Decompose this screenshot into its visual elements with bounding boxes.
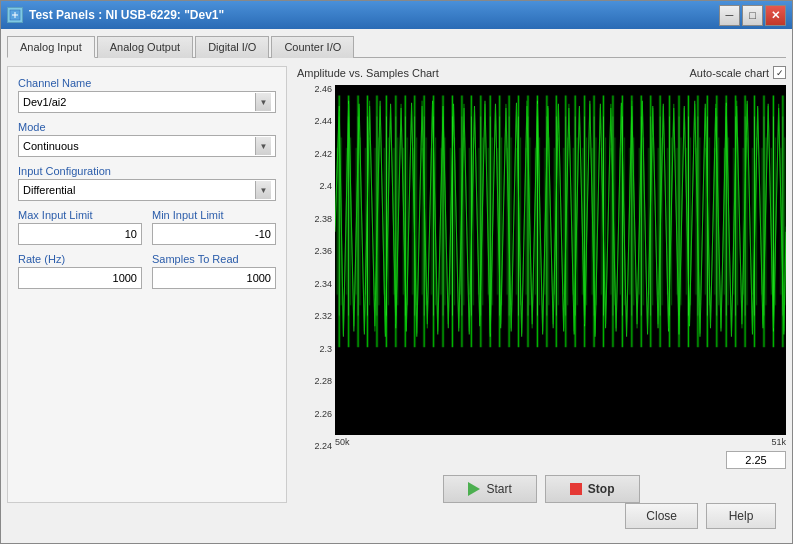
y-label-2: 2.42 [314, 150, 332, 159]
channel-name-value: Dev1/ai2 [23, 96, 255, 108]
tab-counter-io[interactable]: Counter I/O [271, 36, 354, 58]
chart-value-box: 2.25 [335, 451, 786, 469]
action-buttons: Start Stop [297, 475, 786, 503]
chart-header: Amplitude vs. Samples Chart Auto-scale c… [297, 66, 786, 79]
x-label-left: 50k [335, 437, 350, 447]
channel-name-group: Channel Name Dev1/ai2 ▼ [18, 77, 276, 113]
auto-scale-checkbox[interactable]: ✓ [773, 66, 786, 79]
min-input-label: Min Input Limit [152, 209, 276, 221]
main-window: Test Panels : NI USB-6229: "Dev1" ─ □ ✕ … [0, 0, 793, 544]
max-input-label: Max Input Limit [18, 209, 142, 221]
auto-scale-container: Auto-scale chart ✓ [690, 66, 786, 79]
y-label-3: 2.4 [319, 182, 332, 191]
mode-group: Mode Continuous ▼ [18, 121, 276, 157]
y-label-8: 2.3 [319, 345, 332, 354]
mode-input[interactable]: Continuous ▼ [18, 135, 276, 157]
chart-title: Amplitude vs. Samples Chart [297, 67, 439, 79]
stop-icon [570, 483, 582, 495]
y-label-10: 2.26 [314, 410, 332, 419]
main-panel: Channel Name Dev1/ai2 ▼ Mode Continuous … [7, 66, 786, 503]
window-content: Analog Input Analog Output Digital I/O C… [1, 29, 792, 543]
y-label-11: 2.24 [314, 442, 332, 451]
start-button[interactable]: Start [443, 475, 536, 503]
title-bar-left: Test Panels : NI USB-6229: "Dev1" [7, 7, 224, 23]
input-config-value: Differential [23, 184, 255, 196]
samples-group: Samples To Read [152, 253, 276, 289]
stop-label: Stop [588, 482, 615, 496]
input-config-label: Input Configuration [18, 165, 276, 177]
left-panel: Channel Name Dev1/ai2 ▼ Mode Continuous … [7, 66, 287, 503]
samples-label: Samples To Read [152, 253, 276, 265]
current-value-display: 2.25 [726, 451, 786, 469]
maximize-button[interactable]: □ [742, 5, 763, 26]
close-button[interactable]: Close [625, 503, 698, 529]
chart-canvas: // This won't run in SVG, use CSS patter… [335, 85, 786, 435]
title-controls: ─ □ ✕ [719, 5, 786, 26]
tab-analog-output[interactable]: Analog Output [97, 36, 193, 58]
tab-digital-io[interactable]: Digital I/O [195, 36, 269, 58]
channel-name-label: Channel Name [18, 77, 276, 89]
y-label-0: 2.46 [314, 85, 332, 94]
rate-field[interactable] [18, 267, 142, 289]
x-label-right: 51k [771, 437, 786, 447]
minimize-button[interactable]: ─ [719, 5, 740, 26]
mode-dropdown[interactable]: Continuous ▼ [18, 135, 276, 157]
chart-main: // This won't run in SVG, use CSS patter… [335, 85, 786, 469]
input-config-arrow: ▼ [255, 181, 271, 199]
channel-name-input[interactable]: Dev1/ai2 ▼ [18, 91, 276, 113]
close-window-button[interactable]: ✕ [765, 5, 786, 26]
y-label-7: 2.32 [314, 312, 332, 321]
channel-name-dropdown[interactable]: Dev1/ai2 ▼ [18, 91, 276, 113]
app-icon [7, 7, 23, 23]
auto-scale-label: Auto-scale chart [690, 67, 769, 79]
chart-area: 2.46 2.44 2.42 2.4 2.38 2.36 2.34 2.32 2… [297, 85, 786, 469]
footer-buttons: Close Help [7, 503, 786, 537]
chart-yaxis: 2.46 2.44 2.42 2.4 2.38 2.36 2.34 2.32 2… [297, 85, 335, 469]
limits-row: Max Input Limit Min Input Limit [18, 209, 276, 245]
play-icon [468, 482, 480, 496]
input-config-input[interactable]: Differential ▼ [18, 179, 276, 201]
mode-value: Continuous [23, 140, 255, 152]
title-bar: Test Panels : NI USB-6229: "Dev1" ─ □ ✕ [1, 1, 792, 29]
tabs-container: Analog Input Analog Output Digital I/O C… [7, 35, 786, 58]
stop-button[interactable]: Stop [545, 475, 640, 503]
rate-label: Rate (Hz) [18, 253, 142, 265]
input-config-group: Input Configuration Differential ▼ [18, 165, 276, 201]
y-label-5: 2.36 [314, 247, 332, 256]
samples-field[interactable] [152, 267, 276, 289]
channel-name-arrow: ▼ [255, 93, 271, 111]
min-input-field[interactable] [152, 223, 276, 245]
input-config-dropdown[interactable]: Differential ▼ [18, 179, 276, 201]
y-label-1: 2.44 [314, 117, 332, 126]
y-label-6: 2.34 [314, 280, 332, 289]
help-button[interactable]: Help [706, 503, 776, 529]
y-label-9: 2.28 [314, 377, 332, 386]
window-title: Test Panels : NI USB-6229: "Dev1" [29, 8, 224, 22]
mode-arrow: ▼ [255, 137, 271, 155]
min-input-group: Min Input Limit [152, 209, 276, 245]
y-label-4: 2.38 [314, 215, 332, 224]
max-input-group: Max Input Limit [18, 209, 142, 245]
rate-group: Rate (Hz) [18, 253, 142, 289]
waveform-svg: // This won't run in SVG, use CSS patter… [335, 85, 786, 368]
start-label: Start [486, 482, 511, 496]
chart-xaxis: 50k 51k [335, 435, 786, 449]
right-panel: Amplitude vs. Samples Chart Auto-scale c… [297, 66, 786, 503]
tab-analog-input[interactable]: Analog Input [7, 36, 95, 58]
mode-label: Mode [18, 121, 276, 133]
max-input-field[interactable] [18, 223, 142, 245]
rate-samples-row: Rate (Hz) Samples To Read [18, 253, 276, 289]
